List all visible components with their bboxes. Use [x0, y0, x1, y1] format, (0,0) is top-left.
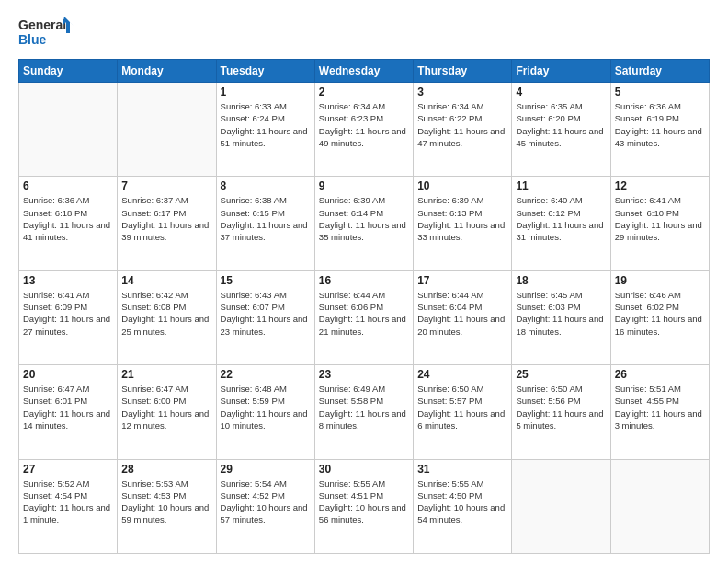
day-number: 16 — [319, 274, 409, 287]
svg-text:Blue: Blue — [18, 32, 47, 47]
day-number: 26 — [615, 368, 705, 381]
day-cell: 24Sunrise: 6:50 AM Sunset: 5:57 PM Dayli… — [414, 365, 512, 459]
day-info: Sunrise: 6:43 AM Sunset: 6:07 PM Dayligh… — [221, 289, 311, 338]
day-number: 7 — [121, 179, 211, 192]
day-number: 29 — [221, 463, 311, 476]
day-info: Sunrise: 5:55 AM Sunset: 4:50 PM Dayligh… — [417, 477, 507, 526]
day-cell — [19, 83, 118, 177]
day-cell — [512, 459, 610, 553]
day-cell: 6Sunrise: 6:36 AM Sunset: 6:18 PM Daylig… — [19, 177, 118, 270]
day-number: 9 — [319, 179, 409, 192]
day-number: 5 — [615, 86, 705, 98]
day-cell: 19Sunrise: 6:46 AM Sunset: 6:02 PM Dayli… — [610, 270, 709, 364]
day-info: Sunrise: 6:33 AM Sunset: 6:24 PM Dayligh… — [221, 100, 311, 149]
day-info: Sunrise: 6:46 AM Sunset: 6:02 PM Dayligh… — [615, 289, 705, 338]
header-sunday: Sunday — [19, 60, 118, 83]
day-number: 27 — [23, 463, 113, 476]
calendar-table: SundayMondayTuesdayWednesdayThursdayFrid… — [18, 59, 710, 554]
day-cell: 28Sunrise: 5:53 AM Sunset: 4:53 PM Dayli… — [118, 459, 216, 553]
day-info: Sunrise: 6:41 AM Sunset: 6:10 PM Dayligh… — [615, 194, 705, 243]
header-saturday: Saturday — [610, 60, 709, 83]
day-number: 23 — [319, 368, 409, 381]
day-number: 6 — [23, 179, 113, 192]
day-info: Sunrise: 6:36 AM Sunset: 6:19 PM Dayligh… — [615, 100, 705, 149]
day-number: 14 — [121, 274, 211, 287]
day-cell: 31Sunrise: 5:55 AM Sunset: 4:50 PM Dayli… — [414, 459, 512, 553]
day-info: Sunrise: 6:34 AM Sunset: 6:23 PM Dayligh… — [319, 100, 409, 149]
day-info: Sunrise: 5:51 AM Sunset: 4:55 PM Dayligh… — [615, 383, 705, 431]
day-number: 12 — [615, 179, 705, 192]
day-cell: 26Sunrise: 5:51 AM Sunset: 4:55 PM Dayli… — [610, 365, 709, 459]
day-cell: 7Sunrise: 6:37 AM Sunset: 6:17 PM Daylig… — [118, 177, 216, 270]
header: GeneralBlue — [18, 15, 710, 50]
header-tuesday: Tuesday — [216, 60, 314, 83]
day-number: 18 — [516, 274, 606, 287]
logo-svg: GeneralBlue — [18, 15, 74, 50]
header-monday: Monday — [118, 60, 216, 83]
week-row-2: 6Sunrise: 6:36 AM Sunset: 6:18 PM Daylig… — [19, 177, 710, 270]
day-info: Sunrise: 6:42 AM Sunset: 6:08 PM Dayligh… — [121, 289, 211, 338]
logo: GeneralBlue — [18, 15, 74, 50]
day-info: Sunrise: 6:50 AM Sunset: 5:57 PM Dayligh… — [417, 383, 507, 431]
day-cell: 15Sunrise: 6:43 AM Sunset: 6:07 PM Dayli… — [216, 270, 314, 364]
day-cell: 20Sunrise: 6:47 AM Sunset: 6:01 PM Dayli… — [19, 365, 118, 459]
day-number: 8 — [221, 179, 311, 192]
week-row-4: 20Sunrise: 6:47 AM Sunset: 6:01 PM Dayli… — [19, 365, 710, 459]
day-cell: 29Sunrise: 5:54 AM Sunset: 4:52 PM Dayli… — [216, 459, 314, 553]
day-number: 1 — [221, 86, 311, 98]
header-friday: Friday — [512, 60, 610, 83]
day-info: Sunrise: 5:53 AM Sunset: 4:53 PM Dayligh… — [121, 477, 211, 526]
day-number: 22 — [221, 368, 311, 381]
day-cell: 4Sunrise: 6:35 AM Sunset: 6:20 PM Daylig… — [512, 83, 610, 177]
day-info: Sunrise: 6:45 AM Sunset: 6:03 PM Dayligh… — [516, 289, 606, 338]
day-number: 25 — [516, 368, 606, 381]
day-info: Sunrise: 6:34 AM Sunset: 6:22 PM Dayligh… — [417, 100, 507, 149]
day-cell: 9Sunrise: 6:39 AM Sunset: 6:14 PM Daylig… — [314, 177, 413, 270]
day-cell: 18Sunrise: 6:45 AM Sunset: 6:03 PM Dayli… — [512, 270, 610, 364]
week-row-3: 13Sunrise: 6:41 AM Sunset: 6:09 PM Dayli… — [19, 270, 710, 364]
day-number: 3 — [417, 86, 507, 98]
day-info: Sunrise: 5:55 AM Sunset: 4:51 PM Dayligh… — [319, 477, 409, 526]
day-info: Sunrise: 5:52 AM Sunset: 4:54 PM Dayligh… — [23, 477, 113, 526]
week-row-5: 27Sunrise: 5:52 AM Sunset: 4:54 PM Dayli… — [19, 459, 710, 553]
day-cell: 8Sunrise: 6:38 AM Sunset: 6:15 PM Daylig… — [216, 177, 314, 270]
day-cell: 10Sunrise: 6:39 AM Sunset: 6:13 PM Dayli… — [414, 177, 512, 270]
day-number: 20 — [23, 368, 113, 381]
day-cell: 21Sunrise: 6:47 AM Sunset: 6:00 PM Dayli… — [118, 365, 216, 459]
day-info: Sunrise: 6:35 AM Sunset: 6:20 PM Dayligh… — [516, 100, 606, 149]
day-number: 4 — [516, 86, 606, 98]
day-cell: 13Sunrise: 6:41 AM Sunset: 6:09 PM Dayli… — [19, 270, 118, 364]
day-info: Sunrise: 6:36 AM Sunset: 6:18 PM Dayligh… — [23, 194, 113, 243]
day-number: 11 — [516, 179, 606, 192]
day-cell: 16Sunrise: 6:44 AM Sunset: 6:06 PM Dayli… — [314, 270, 413, 364]
header-thursday: Thursday — [414, 60, 512, 83]
day-number: 10 — [417, 179, 507, 192]
day-cell: 27Sunrise: 5:52 AM Sunset: 4:54 PM Dayli… — [19, 459, 118, 553]
day-info: Sunrise: 6:39 AM Sunset: 6:14 PM Dayligh… — [319, 194, 409, 243]
day-info: Sunrise: 6:44 AM Sunset: 6:06 PM Dayligh… — [319, 289, 409, 338]
day-cell: 12Sunrise: 6:41 AM Sunset: 6:10 PM Dayli… — [610, 177, 709, 270]
day-cell: 14Sunrise: 6:42 AM Sunset: 6:08 PM Dayli… — [118, 270, 216, 364]
day-number: 13 — [23, 274, 113, 287]
week-row-1: 1Sunrise: 6:33 AM Sunset: 6:24 PM Daylig… — [19, 83, 710, 177]
day-info: Sunrise: 6:38 AM Sunset: 6:15 PM Dayligh… — [221, 194, 311, 243]
day-info: Sunrise: 6:41 AM Sunset: 6:09 PM Dayligh… — [23, 289, 113, 338]
day-cell — [610, 459, 709, 553]
day-info: Sunrise: 6:49 AM Sunset: 5:58 PM Dayligh… — [319, 383, 409, 431]
day-number: 28 — [121, 463, 211, 476]
day-cell: 23Sunrise: 6:49 AM Sunset: 5:58 PM Dayli… — [314, 365, 413, 459]
day-info: Sunrise: 6:50 AM Sunset: 5:56 PM Dayligh… — [516, 383, 606, 431]
day-number: 15 — [221, 274, 311, 287]
day-info: Sunrise: 6:40 AM Sunset: 6:12 PM Dayligh… — [516, 194, 606, 243]
day-cell: 11Sunrise: 6:40 AM Sunset: 6:12 PM Dayli… — [512, 177, 610, 270]
day-cell: 5Sunrise: 6:36 AM Sunset: 6:19 PM Daylig… — [610, 83, 709, 177]
day-cell: 17Sunrise: 6:44 AM Sunset: 6:04 PM Dayli… — [414, 270, 512, 364]
day-info: Sunrise: 5:54 AM Sunset: 4:52 PM Dayligh… — [221, 477, 311, 526]
day-info: Sunrise: 6:47 AM Sunset: 6:01 PM Dayligh… — [23, 383, 113, 431]
page: GeneralBlue SundayMondayTuesdayWednesday… — [0, 0, 728, 563]
day-cell — [118, 83, 216, 177]
day-number: 2 — [319, 86, 409, 98]
day-number: 17 — [417, 274, 507, 287]
header-wednesday: Wednesday — [314, 60, 413, 83]
day-cell: 2Sunrise: 6:34 AM Sunset: 6:23 PM Daylig… — [314, 83, 413, 177]
